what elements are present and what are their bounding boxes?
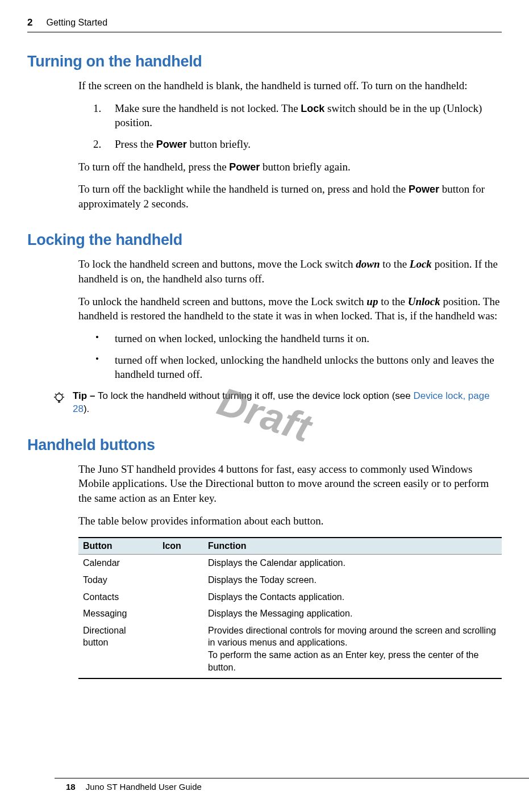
table-row: Calendar Displays the Calendar applicati… (78, 555, 502, 572)
cell-function: Displays the Messaging application. (203, 605, 502, 622)
cell-button: Directional button (78, 622, 158, 678)
cell-icon (158, 622, 203, 678)
cell-function: Displays the Today screen. (203, 572, 502, 589)
page-footer: 18 Juno ST Handheld User Guide (55, 778, 529, 792)
cell-button: Messaging (78, 605, 158, 622)
table-row: Directional button Provides directional … (78, 622, 502, 678)
backlight-text: To turn off the backlight while the hand… (78, 182, 502, 211)
bullet-on: turned on when locked, unlocking the han… (93, 331, 502, 346)
cell-function: Displays the Contacts application. (203, 589, 502, 606)
cell-icon (158, 589, 203, 606)
th-function: Function (203, 538, 502, 555)
th-button: Button (78, 538, 158, 555)
step-2: 2. Press the Power button briefly. (93, 137, 502, 152)
tip-block: Tip – To lock the handheld without turni… (27, 390, 502, 416)
table-row: Today Displays the Today screen. (78, 572, 502, 589)
running-header: 2 Getting Started (27, 17, 502, 32)
cell-icon (158, 605, 203, 622)
turning-on-intro: If the screen on the handheld is blank, … (78, 78, 502, 93)
table-row: Messaging Displays the Messaging applica… (78, 605, 502, 622)
cell-function: Displays the Calendar application. (203, 555, 502, 572)
page-number: 18 (66, 782, 76, 792)
step-1: 1. Make sure the handheld is not locked.… (93, 101, 502, 130)
unlock-text: To unlock the handheld screen and button… (78, 294, 502, 323)
buttons-para2: The table below provides information abo… (78, 514, 502, 528)
chapter-number: 2 (27, 17, 32, 28)
doc-title: Juno ST Handheld User Guide (86, 782, 202, 792)
heading-locking: Locking the handheld (27, 231, 502, 249)
heading-turning-on: Turning on the handheld (27, 53, 502, 70)
tip-content: Tip – To lock the handheld without turni… (73, 390, 502, 416)
buttons-table: Button Icon Function Calendar Displays t… (78, 537, 502, 679)
svg-line-7 (63, 394, 64, 395)
buttons-para1: The Juno ST handheld provides 4 buttons … (78, 462, 502, 506)
svg-line-6 (55, 394, 56, 395)
chapter-title: Getting Started (46, 18, 107, 28)
cell-button: Contacts (78, 589, 158, 606)
cell-icon (158, 555, 203, 572)
cell-button: Calendar (78, 555, 158, 572)
cell-function: Provides directional controls for moving… (203, 622, 502, 678)
turn-off-text: To turn off the handheld, press the Powe… (78, 160, 502, 174)
th-icon: Icon (158, 538, 203, 555)
tip-label: Tip – (73, 390, 98, 401)
lightbulb-icon (27, 390, 73, 407)
table-row: Contacts Displays the Contacts applicati… (78, 589, 502, 606)
bullet-off: turned off when locked, unlocking the ha… (93, 353, 502, 382)
cell-icon (158, 572, 203, 589)
cell-button: Today (78, 572, 158, 589)
svg-point-0 (56, 394, 63, 401)
table-header-row: Button Icon Function (78, 538, 502, 555)
lock-text: To lock the handheld screen and buttons,… (78, 257, 502, 286)
heading-buttons: Handheld buttons (27, 436, 502, 454)
